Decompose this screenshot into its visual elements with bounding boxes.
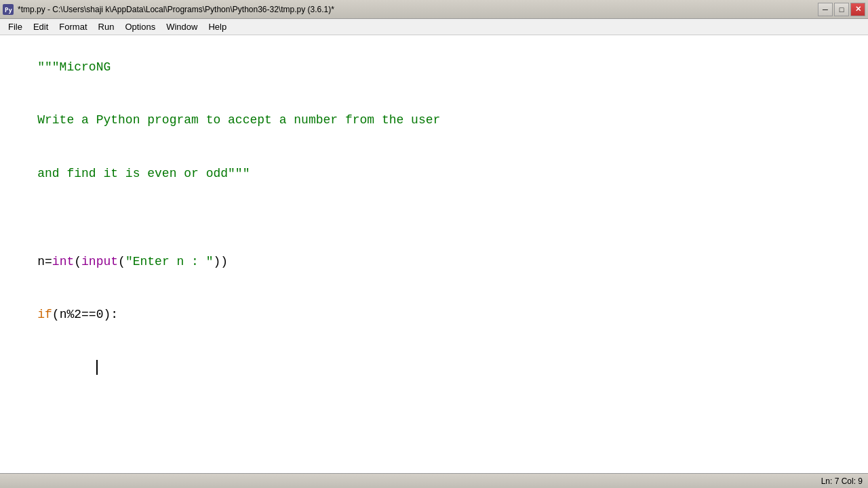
title-bar: Py *tmp.py - C:\Users\shaji k\AppData\Lo…	[0, 0, 868, 19]
menu-item-help[interactable]: Help	[203, 20, 232, 33]
code-line-8	[8, 342, 860, 394]
menu-bar: FileEditFormatRunOptionsWindowHelp	[0, 19, 868, 35]
menu-item-window[interactable]: Window	[161, 20, 203, 33]
code-parens-close: ))	[214, 255, 229, 268]
code-line-4	[8, 200, 860, 218]
code-line-7: if(n%2==0):	[8, 288, 860, 341]
code-input: input	[81, 255, 118, 268]
code-if: if	[37, 308, 52, 321]
code-n: n=	[37, 255, 52, 268]
code-line-5	[8, 218, 860, 235]
svg-text:Py: Py	[5, 7, 12, 14]
code-text-3: and find it is even or odd"""	[37, 167, 250, 180]
line-col-status: Ln: 7 Col: 9	[821, 476, 863, 486]
code-text-2: Write a Python program to accept a numbe…	[37, 113, 440, 127]
status-bar: Ln: 7 Col: 9	[0, 473, 868, 488]
code-indent	[37, 361, 96, 375]
editor-area[interactable]: """MicroNG Write a Python program to acc…	[0, 35, 868, 473]
code-line-1: """MicroNG	[8, 41, 860, 94]
menu-item-file[interactable]: File	[3, 20, 28, 33]
code-condition: (n%2==0):	[52, 308, 118, 321]
window-title: *tmp.py - C:\Users\shaji k\AppData\Local…	[18, 5, 334, 14]
menu-item-edit[interactable]: Edit	[28, 20, 54, 33]
code-int: int	[52, 255, 74, 268]
close-button[interactable]: ✕	[850, 3, 865, 16]
app-icon: Py	[3, 4, 14, 15]
code-paren2: (	[118, 255, 125, 268]
code-line-6: n=int(input("Enter n : "))	[8, 235, 860, 288]
maximize-button[interactable]: □	[834, 3, 849, 16]
code-line-3: and find it is even or odd"""	[8, 147, 860, 200]
text-cursor	[96, 360, 98, 375]
minimize-button[interactable]: ─	[818, 3, 833, 16]
code-string: "Enter n : "	[125, 255, 214, 268]
code-paren1: (	[74, 255, 81, 268]
menu-item-run[interactable]: Run	[93, 20, 120, 33]
code-text-1: """MicroNG	[37, 60, 111, 74]
menu-item-options[interactable]: Options	[119, 20, 161, 33]
menu-item-format[interactable]: Format	[54, 20, 92, 33]
title-bar-left: Py *tmp.py - C:\Users\shaji k\AppData\Lo…	[3, 4, 334, 15]
code-line-2: Write a Python program to accept a numbe…	[8, 94, 860, 146]
window-controls: ─ □ ✕	[818, 3, 865, 16]
